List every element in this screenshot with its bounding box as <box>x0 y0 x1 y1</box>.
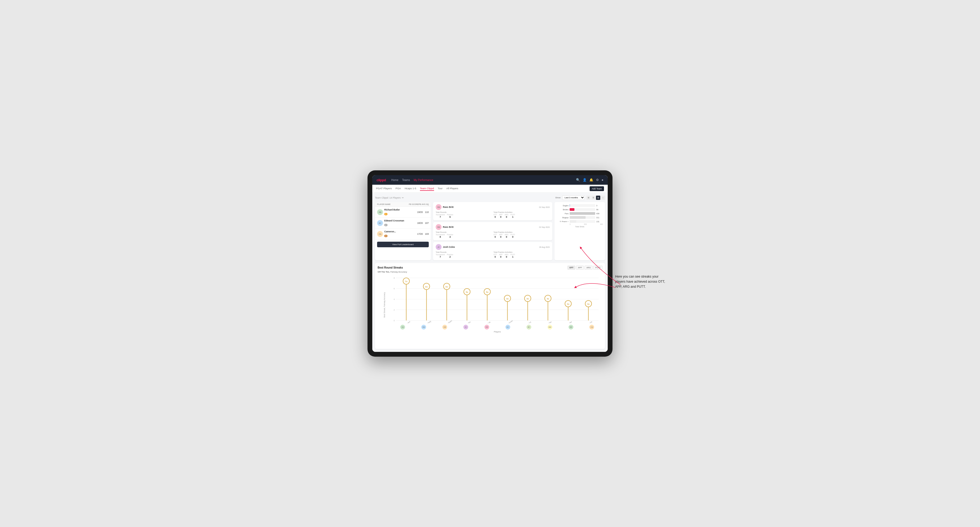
svg-text:J. Coles: J. Coles <box>465 321 471 323</box>
tournament-label: Tournament <box>436 214 445 216</box>
avatar: JC <box>463 325 468 330</box>
pb-score: 18/20 <box>417 222 425 224</box>
ott-stat: OTT 0 <box>493 214 497 218</box>
edit-icon[interactable]: ✏ <box>402 197 404 199</box>
settings-icon[interactable]: ⚙ <box>596 178 599 182</box>
player-count: 14 Players <box>389 197 401 199</box>
svg-text:4x: 4x <box>527 298 529 300</box>
svg-text:5x: 5x <box>466 291 468 293</box>
streaks-svg: 0 2 4 6 8 7x E. Elwert <box>392 275 602 323</box>
activities-label: Total Practice Activities <box>493 211 550 213</box>
bar-row-bogeys: Bogeys 311 <box>557 216 603 219</box>
activities-group: Total Practice Activities OTT 0 APP <box>493 251 550 258</box>
subtitle-rest: Fairway Accuracy <box>390 271 407 273</box>
avatar: RB <box>377 209 383 215</box>
activities-row: OTT 0 APP 0 ARG <box>493 234 550 238</box>
user-menu[interactable]: ● <box>601 178 603 182</box>
card-date: 02 Sep 2023 <box>539 206 550 208</box>
list-view-icon[interactable]: ☰ <box>591 195 595 200</box>
period-select[interactable]: Last 3 months Last 6 months Last 12 mont… <box>562 195 585 200</box>
nav-home[interactable]: Home <box>391 178 398 182</box>
card-header: RB Rees Britt 02 Sep 2023 <box>436 204 550 210</box>
streaks-filter: OTT APP ARG PUTT <box>568 266 602 270</box>
subnav-tabs: PGAT Players PGA Hcaps 1-5 Team Clippd T… <box>376 186 590 191</box>
card-player-name: Josh Coles <box>443 246 455 248</box>
svg-text:M. Miller: M. Miller <box>545 321 552 323</box>
svg-text:6: 6 <box>394 287 395 290</box>
putt-stat: PUTT 1 <box>511 214 515 218</box>
ott-label: OTT <box>493 214 497 216</box>
tab-pga[interactable]: PGA <box>396 186 401 191</box>
add-team-button[interactable]: Add Team <box>590 186 604 191</box>
team-header: Team Clippd 14 Players ✏ Show Last 3 mon… <box>375 195 605 200</box>
avatar: CA <box>377 231 383 237</box>
practice-stat: Practice 2 <box>447 254 453 258</box>
nav-teams[interactable]: Teams <box>402 178 410 182</box>
rounds-group: Total Rounds Tournament 7 Practice <box>436 211 492 218</box>
tab-hcaps[interactable]: Hcaps 1-5 <box>404 186 416 191</box>
practice-value: 6 <box>450 216 451 218</box>
table-row: EC Edward Crossman 2 18/20 107 <box>375 218 431 229</box>
tab-pgat[interactable]: PGAT Players <box>376 186 392 191</box>
card-player-name: Rees Britt <box>443 206 453 208</box>
bar-value: 499 <box>596 213 603 214</box>
tournament-stat: Tournament 8 <box>436 234 445 238</box>
tab-tour[interactable]: Tour <box>438 186 442 191</box>
col-pb-avg: PB AVG SQ <box>418 203 429 205</box>
app-stat: APP 0 <box>499 234 503 238</box>
card-player-name: Rees Britt <box>443 226 453 229</box>
pb-avg: 103 <box>425 233 429 235</box>
table-row: RB Richard Butler 1 19/20 110 <box>375 207 431 218</box>
tab-team-clippd[interactable]: Team Clippd <box>420 186 434 191</box>
activities-group: Total Practice Activities OTT 0 APP <box>493 231 550 238</box>
table-view-icon[interactable]: ↕ <box>601 195 605 200</box>
ott-stat: OTT 0 <box>493 234 497 238</box>
filter-putt[interactable]: PUTT <box>593 266 602 270</box>
bar-label: D. Bogeys + <box>557 221 568 222</box>
activities-row: OTT 0 APP 0 ARG <box>493 214 550 218</box>
practice-stat: Practice 4 <box>447 234 453 238</box>
grid-view-icon[interactable]: ⊞ <box>586 195 591 200</box>
rounds-row: Tournament 8 Practice 4 <box>436 234 492 238</box>
card-view-icon[interactable]: ▤ <box>596 195 600 200</box>
ott-stat: OTT 0 <box>493 254 497 258</box>
svg-text:7x: 7x <box>405 280 407 283</box>
filter-arg[interactable]: ARG <box>584 266 593 270</box>
tournament-stat: Tournament 7 <box>436 254 445 258</box>
rounds-label: Total Rounds <box>436 231 492 233</box>
tournament-value: 7 <box>440 216 441 218</box>
bar-value: 96 <box>596 209 603 211</box>
main-content: Team Clippd 14 Players ✏ Show Last 3 mon… <box>372 193 608 352</box>
subnav: PGAT Players PGA Hcaps 1-5 Team Clippd T… <box>372 185 608 193</box>
rounds-group: Total Rounds Tournament 7 Practice <box>436 251 492 258</box>
bar-row-pars: Pars 499 <box>557 212 603 215</box>
tab-all-players[interactable]: All Players <box>446 186 458 191</box>
bar-label: Bogeys <box>557 217 568 219</box>
svg-text:8: 8 <box>394 277 395 279</box>
filter-ott[interactable]: OTT <box>568 266 575 270</box>
bar-fill <box>570 220 576 223</box>
filter-app[interactable]: APP <box>576 266 584 270</box>
profile-icon[interactable]: 👤 <box>583 178 587 182</box>
bar-row-birdies: Birdies 96 <box>557 208 603 211</box>
col-player-name: PLAYER NAME <box>377 203 409 205</box>
search-icon[interactable]: 🔍 <box>576 178 580 182</box>
rounds-group: Total Rounds Tournament 8 Practice <box>436 231 492 238</box>
bar-row-dbogeys: D. Bogeys + 131 <box>557 220 603 223</box>
avatar: RB <box>436 204 442 210</box>
bell-icon[interactable]: 🔔 <box>589 178 593 182</box>
rank-badge: 2 <box>384 224 387 226</box>
app-value: 0 <box>500 216 501 218</box>
streaks-header: Best Round Streaks OTT APP ARG PUTT <box>378 266 602 270</box>
nav-my-performance[interactable]: My Performance <box>414 178 433 182</box>
svg-text:E. Crossman: E. Crossman <box>503 320 513 323</box>
rank-badge: 3 <box>384 235 387 237</box>
arg-stat: ARG 0 <box>504 254 508 258</box>
tablet-frame: clippd Home Teams My Performance 🔍 👤 🔔 ⚙… <box>368 170 612 357</box>
nav-icons: 🔍 👤 🔔 ⚙ ● <box>576 178 603 182</box>
show-label: Show <box>555 197 561 199</box>
streaks-subtitle: Off The Tee, Fairway Accuracy <box>378 271 602 273</box>
streaks-chart-container: Best Streak, Fairway Accuracy 0 2 4 <box>378 275 602 346</box>
view-leaderboard-button[interactable]: View Full Leaderboard <box>377 242 429 247</box>
player-info: RB Richard Butler 1 <box>377 208 417 216</box>
